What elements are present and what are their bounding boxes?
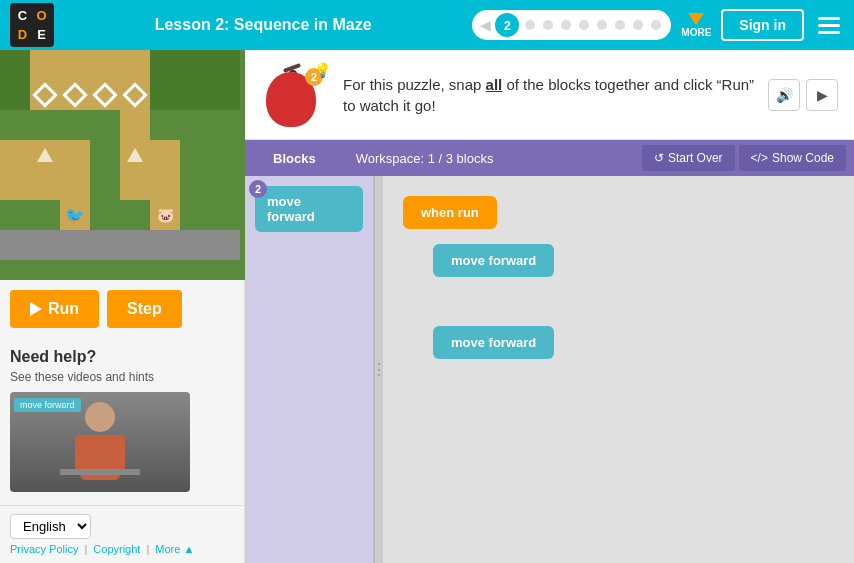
prev-arrow[interactable]: ◀ (480, 17, 491, 33)
left-panel: 🐦🐷 Run Step Need help? See these videos … (0, 50, 245, 563)
right-panel: 2 💡 For this puzzle, snap all of the blo… (245, 50, 854, 563)
progress-bar: ◀ 2 (472, 10, 671, 40)
logo: C O D E (10, 3, 54, 47)
move-forward-block-2[interactable]: move forward (433, 326, 554, 359)
run-button[interactable]: Run (10, 290, 99, 328)
logo-e: E (33, 26, 50, 43)
instruction-bar: 2 💡 For this puzzle, snap all of the blo… (245, 50, 854, 140)
video-thumbnail[interactable]: move forward (10, 392, 190, 492)
logo-o: O (33, 7, 50, 24)
step-dot-1 (525, 20, 535, 30)
current-step: 2 (495, 13, 519, 37)
video-overlay-text: move forward (14, 398, 81, 412)
show-code-label: Show Code (772, 151, 834, 165)
more-footer-link[interactable]: More ▲ (155, 543, 194, 555)
footer-divider-1: | (84, 543, 87, 555)
header-title: Lesson 2: Sequence in Maze (64, 16, 462, 34)
play-icon (30, 302, 42, 316)
block-badge: 2 (249, 180, 267, 198)
step-dot-7 (633, 20, 643, 30)
hamburger-line-1 (818, 17, 840, 20)
footer-links: Privacy Policy | Copyright | More ▲ (10, 543, 234, 555)
copyright-link[interactable]: Copyright (93, 543, 140, 555)
audio-speaker-button[interactable]: 🔊 (768, 79, 800, 111)
move-forward-block-1[interactable]: move forward (433, 244, 554, 277)
canvas-area: when run move forward move forward (383, 176, 854, 563)
step-dot-2 (543, 20, 553, 30)
logo-c: C (14, 7, 31, 24)
left-footer: English Privacy Policy | Copyright | Mor… (0, 505, 244, 563)
step-dot-5 (597, 20, 607, 30)
step-dot-3 (561, 20, 571, 30)
run-label: Run (48, 300, 79, 318)
blocks-panel: 2 move forward (245, 176, 375, 563)
svg-rect-4 (60, 469, 140, 475)
footer-divider-2: | (146, 543, 149, 555)
instruction-part1: For this puzzle, snap (343, 76, 486, 93)
help-section: Need help? See these videos and hints mo… (0, 338, 244, 505)
start-over-button[interactable]: ↺ Start Over (642, 145, 735, 171)
svg-point-0 (85, 402, 115, 432)
audio-play-button[interactable]: ▶ (806, 79, 838, 111)
svg-rect-3 (113, 435, 125, 470)
start-over-label: Start Over (668, 151, 723, 165)
workspace-info: Workspace: 1 / 3 blocks (336, 140, 514, 176)
more-label: MORE (681, 27, 711, 38)
move-forward-block-palette[interactable]: 2 move forward (255, 186, 363, 232)
more-button[interactable]: MORE (681, 13, 711, 38)
lightbulb-icon: 💡 (314, 62, 331, 78)
instruction-em: all (486, 76, 503, 93)
logo-d: D (14, 26, 31, 43)
toolbar: Blocks Workspace: 1 / 3 blocks ↺ Start O… (245, 140, 854, 176)
help-subtitle: See these videos and hints (10, 370, 234, 384)
code-icon: </> (751, 151, 768, 165)
header: C O D E Lesson 2: Sequence in Maze ◀ 2 M… (0, 0, 854, 50)
block-palette-label: move forward (267, 194, 351, 224)
main-content: 🐦🐷 Run Step Need help? See these videos … (0, 50, 854, 563)
maze-container: 🐦🐷 (0, 50, 245, 280)
controls: Run Step (0, 280, 244, 338)
workspace: 2 move forward when run move forward mov… (245, 176, 854, 563)
instruction-text: For this puzzle, snap all of the blocks … (343, 74, 756, 116)
start-over-icon: ↺ (654, 151, 664, 165)
blocks-tab[interactable]: Blocks (253, 140, 336, 176)
hamburger-line-2 (818, 24, 840, 27)
hamburger-menu[interactable] (814, 13, 844, 38)
svg-rect-2 (75, 435, 87, 470)
help-title: Need help? (10, 348, 234, 366)
bird-mascot: 2 💡 (261, 62, 331, 127)
sign-in-button[interactable]: Sign in (721, 9, 804, 41)
step-dot-6 (615, 20, 625, 30)
language-select[interactable]: English (10, 514, 91, 539)
audio-controls: 🔊 ▶ (768, 79, 838, 111)
step-dot-4 (579, 20, 589, 30)
resize-handle[interactable] (375, 176, 383, 563)
more-triangle-icon (688, 13, 704, 25)
step-button[interactable]: Step (107, 290, 182, 328)
when-run-block[interactable]: when run (403, 196, 497, 229)
show-code-button[interactable]: </> Show Code (739, 145, 846, 171)
privacy-policy-link[interactable]: Privacy Policy (10, 543, 78, 555)
step-dot-8 (651, 20, 661, 30)
hamburger-line-3 (818, 31, 840, 34)
